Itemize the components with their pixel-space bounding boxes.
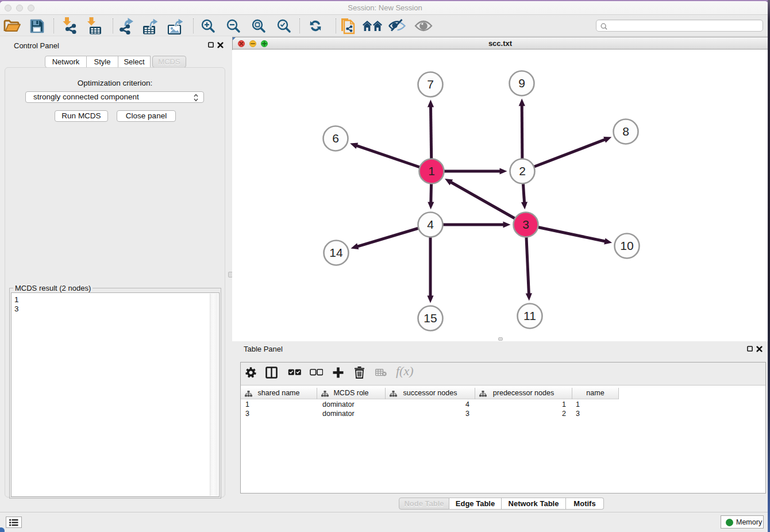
svg-text:11: 11 — [523, 309, 536, 322]
svg-text:3: 3 — [522, 218, 529, 231]
svg-text:7: 7 — [427, 78, 434, 91]
svg-text:6: 6 — [332, 132, 339, 145]
svg-text:8: 8 — [622, 125, 629, 138]
svg-text:15: 15 — [424, 311, 437, 325]
svg-text:9: 9 — [518, 76, 525, 90]
svg-text:10: 10 — [620, 239, 633, 252]
svg-text:2: 2 — [519, 164, 526, 178]
svg-text:4: 4 — [427, 218, 434, 231]
svg-text:1: 1 — [428, 164, 435, 178]
svg-text:14: 14 — [329, 246, 343, 259]
